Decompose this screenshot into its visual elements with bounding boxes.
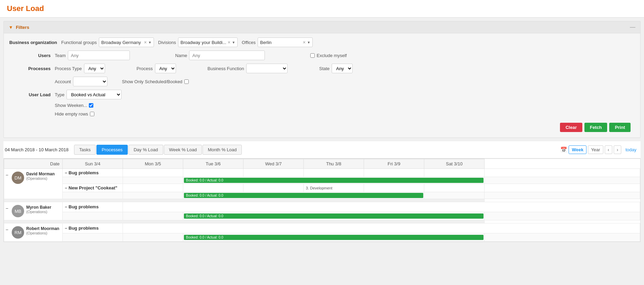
- offices-arrow-icon[interactable]: ▼: [307, 41, 310, 44]
- sat-col-header: Sat 3/10: [424, 159, 485, 169]
- robert-bar-label: [63, 233, 123, 241]
- name-input[interactable]: [189, 51, 265, 60]
- mon-bar-david-cook: Booked: 0.0 / Actual: 0.0: [183, 192, 424, 199]
- tab-tasks[interactable]: Tasks: [74, 145, 96, 155]
- tab-processes[interactable]: Processes: [96, 145, 128, 155]
- bug-problems-label-david: − Bug problems: [63, 169, 123, 177]
- collapse-myron-button[interactable]: −: [6, 206, 8, 211]
- sat-cell-david-cook-1: [485, 184, 640, 192]
- user-name-robert: Robert Moorman: [26, 226, 59, 231]
- offices-select[interactable]: Berlin × ▼: [258, 37, 313, 47]
- myron-bug-empty: [123, 202, 640, 212]
- user-info-myron: − MB Myron Baker (Operations): [6, 205, 61, 217]
- type-select[interactable]: Booked vs Actual: [66, 90, 122, 99]
- thu-col-header: Thu 3/8: [304, 159, 364, 169]
- state-group: State Any: [319, 64, 353, 73]
- clear-button[interactable]: Clear: [560, 123, 582, 132]
- collapse-david-button[interactable]: −: [6, 172, 8, 178]
- divisions-arrow-icon[interactable]: ▼: [232, 41, 235, 44]
- print-button[interactable]: Print: [609, 123, 631, 132]
- offices-value: Berlin: [260, 40, 301, 45]
- calendar-nav-group: 📅 Week Year ‹ › today: [560, 145, 639, 154]
- sat-bar-david-bug: [485, 177, 640, 184]
- divisions-select[interactable]: Broadway your Buildi... × ▼: [178, 37, 238, 47]
- offices-label: Offices: [242, 40, 256, 45]
- tab-group: Tasks Processes Day % Load Week % Load M…: [74, 145, 242, 155]
- functional-groups-group: Functional groups Broadway Germany × ▼: [61, 37, 154, 47]
- filter-row-account: Account Show Only Scheduled/Booked: [9, 77, 635, 86]
- robert-bug-empty: [123, 223, 640, 233]
- wed-cell-david-cook-1: 3. Development: [304, 184, 364, 192]
- mon-cell-david-bug-1: [183, 169, 243, 177]
- calendar-icon[interactable]: 📅: [560, 146, 567, 153]
- sun-bar-myron: [123, 212, 183, 220]
- functional-groups-arrow-icon[interactable]: ▼: [148, 41, 152, 44]
- functional-groups-clear-icon[interactable]: ×: [144, 40, 147, 45]
- sat-cell-david-bug-1: [485, 169, 640, 177]
- table-row: − RM Robert Moorman (Operations) − Bug p…: [4, 223, 640, 233]
- today-button[interactable]: today: [623, 146, 639, 154]
- cookeat-collapse-icon[interactable]: −: [65, 186, 67, 190]
- process-group: Process Any: [137, 64, 176, 73]
- thu-cell-david-cook-1: [364, 184, 424, 192]
- next-button[interactable]: ›: [614, 145, 621, 154]
- collapse-robert-button[interactable]: −: [6, 227, 8, 232]
- sat-bar-myron: [485, 212, 640, 220]
- fri-cell-david-cook-1: [424, 184, 485, 192]
- calendar-toolbar: 04 March 2018 - 10 March 2018 Tasks Proc…: [3, 141, 641, 158]
- name-group: Name: [175, 51, 265, 60]
- filter-icon: ▼: [9, 25, 13, 30]
- show-only-text: Show Only Scheduled/Booked: [122, 79, 183, 84]
- tue-col-header: Tue 3/6: [183, 159, 243, 169]
- myron-bug-collapse-icon[interactable]: −: [65, 205, 67, 209]
- user-cell-robert: − RM Robert Moorman (Operations): [4, 223, 63, 242]
- hide-empty-checkbox[interactable]: [90, 112, 94, 116]
- filters-body: Business organization Functional groups …: [4, 33, 640, 138]
- sun-bar-robert: [123, 233, 183, 241]
- show-weekends-checkbox[interactable]: [89, 103, 93, 108]
- show-weekends-text: Show Weeken...: [55, 103, 87, 108]
- team-input[interactable]: [68, 51, 130, 60]
- process-collapse-icon[interactable]: −: [65, 171, 67, 175]
- business-function-group: Business Function: [208, 64, 288, 73]
- calendar-table: Date Sun 3/4 Mon 3/5 Tue 3/6 Wed 3/7 Thu…: [4, 159, 640, 242]
- offices-clear-icon[interactable]: ×: [303, 40, 305, 45]
- calendar-grid: Date Sun 3/4 Mon 3/5 Tue 3/6 Wed 3/7 Thu…: [3, 158, 641, 242]
- robert-bug-process-name: Bug problems: [69, 226, 98, 231]
- year-view-button[interactable]: Year: [588, 145, 603, 154]
- functional-groups-select[interactable]: Broadway Germany × ▼: [99, 37, 154, 47]
- tab-month-load[interactable]: Month % Load: [202, 145, 242, 155]
- process-label: Process: [137, 66, 153, 71]
- functional-groups-label: Functional groups: [61, 40, 97, 45]
- exclude-myself-checkbox[interactable]: [310, 53, 315, 58]
- process-type-group: Process Type Any: [55, 64, 105, 73]
- process-select[interactable]: Any: [155, 64, 176, 73]
- robert-bug-collapse-icon[interactable]: −: [65, 226, 67, 231]
- prev-button[interactable]: ‹: [605, 145, 612, 154]
- process-type-select[interactable]: Any: [84, 64, 105, 73]
- user-cell-myron: − MB Myron Baker (Operations): [4, 202, 63, 220]
- fetch-button[interactable]: Fetch: [584, 123, 607, 132]
- business-function-select[interactable]: [246, 64, 288, 73]
- mon-cell-david-cook-1: [183, 184, 243, 192]
- mon-bar-myron: Booked: 0.0 / Actual: 0.0: [183, 212, 485, 220]
- process-type-label: Process Type: [55, 66, 82, 71]
- filter-row-business-org: Business organization Functional groups …: [9, 37, 635, 47]
- date-col-header: Date: [4, 159, 63, 169]
- tab-week-load[interactable]: Week % Load: [164, 145, 202, 155]
- tab-day-load[interactable]: Day % Load: [128, 145, 163, 155]
- divisions-clear-icon[interactable]: ×: [228, 40, 230, 45]
- filter-row-users: Users Team Name Exclude myself: [9, 51, 635, 60]
- account-select[interactable]: [73, 77, 107, 86]
- divisions-label: Divisions: [158, 40, 176, 45]
- filter-row-hide-empty: Hide empty rows: [9, 111, 635, 117]
- type-label: Type: [55, 92, 64, 97]
- show-only-label: Show Only Scheduled/Booked: [122, 79, 189, 84]
- state-select[interactable]: Any: [332, 64, 353, 73]
- offices-group: Offices Berlin × ▼: [242, 37, 313, 47]
- avatar-david: DM: [12, 172, 24, 184]
- week-view-button[interactable]: Week: [569, 145, 586, 154]
- table-row: − New Project "Cookeat" 3. Development: [4, 184, 640, 192]
- show-only-checkbox[interactable]: [184, 79, 189, 84]
- filters-collapse-button[interactable]: —: [630, 24, 635, 30]
